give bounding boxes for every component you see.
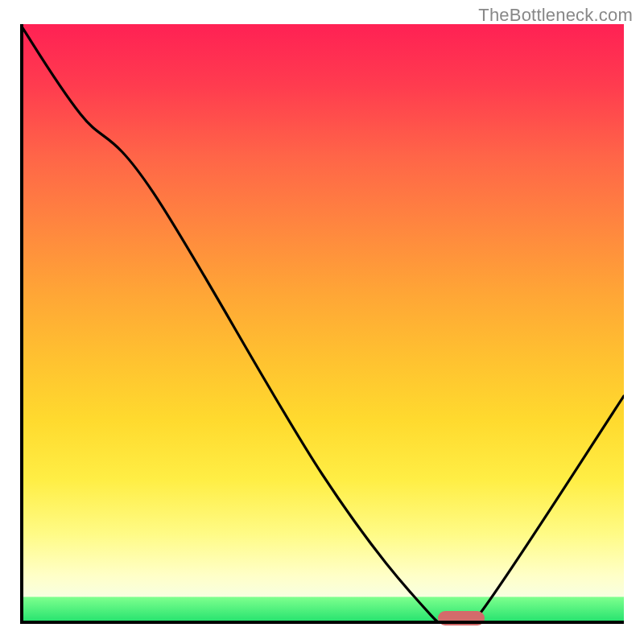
x-axis-line bbox=[20, 621, 624, 624]
chart-container: TheBottleneck.com bbox=[0, 0, 644, 644]
y-axis-line bbox=[20, 24, 23, 624]
bottleneck-curve bbox=[20, 24, 624, 624]
plot-area bbox=[20, 24, 624, 624]
watermark-text: TheBottleneck.com bbox=[478, 5, 633, 26]
